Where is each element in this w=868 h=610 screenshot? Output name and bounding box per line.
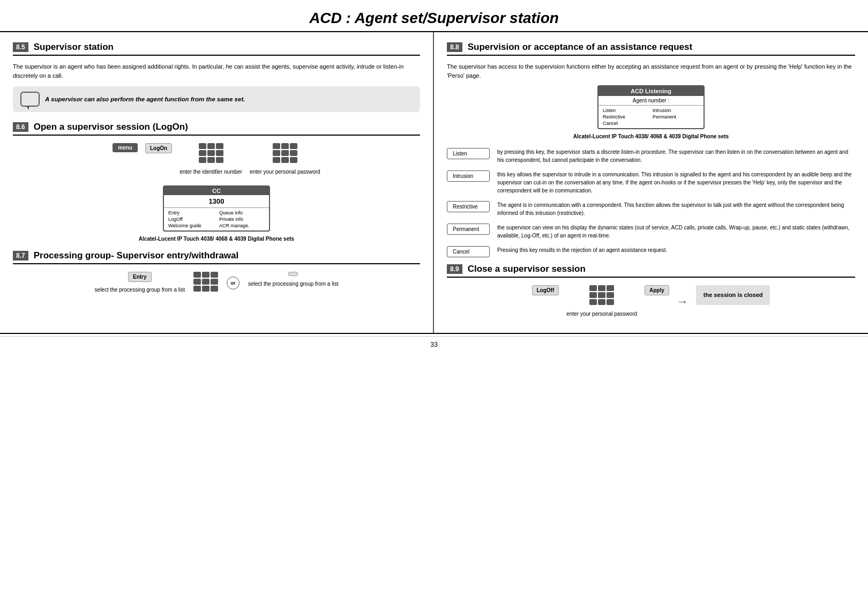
section-85-num: 8.5 (13, 42, 28, 52)
section-89-title: Close a supervisor session (468, 264, 586, 274)
section-88-heading: 8.8 Supervision or acceptance of an assi… (447, 42, 855, 56)
numpad-identifier (199, 143, 223, 164)
section-86-title: Open a supervisor session (LogOn) (34, 122, 188, 132)
section-85-para: The supervisor is an agent who has been … (13, 62, 420, 80)
entry-step-label: select the processing group from a list (95, 286, 185, 294)
speech-icon (20, 92, 40, 107)
acd-screen: ACD Listening Agent number : Listen Intr… (597, 85, 705, 129)
proc-select-step: select the processing group from a list (248, 272, 338, 288)
section-87-num: 8.7 (13, 251, 28, 261)
section-86-caption: Alcatel-Lucent IP Touch 4038/ 4068 & 403… (13, 236, 420, 242)
restrictive-row: Restrictive The agent is in communicatio… (447, 201, 855, 217)
section-85-title: Supervisor station (34, 42, 114, 53)
logon-button: LogOn (145, 143, 172, 153)
bottom-bar: 33 (0, 333, 868, 353)
identifier-step: enter the identifier number (179, 143, 242, 176)
acd-menu-restrictive: Restrictive (603, 114, 649, 120)
session-closed-box: the session is closed (696, 285, 770, 305)
acd-menu-permanent: Permanent (653, 114, 699, 120)
listen-func-btn: Listen (447, 148, 490, 159)
cancel-func-btn: Cancel (447, 246, 490, 257)
cc-header: CC (164, 187, 269, 195)
listen-desc: by pressing this key, the supervisor sta… (497, 148, 855, 164)
intrusion-row: Intrusion this key allows the supervisor… (447, 170, 855, 195)
permanent-desc: the supervisor can view on his display t… (497, 224, 855, 240)
logoff-button: LogOff (532, 285, 559, 295)
numpad-password (273, 143, 297, 164)
entry-step: Entry select the processing group from a… (95, 272, 185, 294)
intrusion-desc: this key allows the supervisor to intrud… (497, 170, 855, 195)
section-88-num: 8.8 (447, 42, 462, 52)
right-column: 8.8 Supervision or acceptance of an assi… (434, 32, 868, 333)
logon-steps: menu LogOn enter the identifier number (13, 143, 420, 176)
logon-step: LogOn (145, 143, 172, 153)
restrictive-func-btn: Restrictive (447, 201, 490, 212)
numpad-proc (193, 272, 218, 293)
section-89-heading: 8.9 Close a supervisor session (447, 264, 855, 278)
page-title: ACD : Agent set/Supervisor station (0, 0, 868, 32)
acd-menu-intrusion: Intrusion (653, 108, 699, 113)
section-87-title: Processing group- Supervisor entry/withd… (34, 250, 239, 261)
page-number: 33 (0, 336, 868, 351)
identifier-label: enter the identifier number (179, 168, 242, 176)
close-numpad-step: enter your personal password (566, 285, 637, 318)
apply-button: Apply (645, 285, 669, 295)
or-divider: or (227, 277, 240, 289)
section-88-caption: Alcatel-Lucent IP Touch 4038/ 4068 & 403… (447, 133, 855, 139)
restrictive-desc: The agent is in communication with a cor… (497, 201, 855, 217)
section-89-num: 8.9 (447, 264, 462, 274)
note-box: A supervisor can also perform the agent … (13, 86, 420, 112)
cc-menu-item-3: LogOff (168, 217, 214, 222)
cancel-row: Cancel Pressing this key results in the … (447, 246, 855, 257)
section-85-heading: 8.5 Supervisor station (13, 42, 420, 56)
numpad-close (589, 285, 614, 306)
acd-menu-grid: Listen Intrusion Restrictive Permanent C… (598, 106, 704, 128)
acd-menu-cancel: Cancel (603, 121, 649, 126)
cc-screen: CC 1300 Entry Queue info LogOff Private … (163, 185, 270, 232)
cc-menu-item-5: Welcome guide (168, 223, 214, 228)
proc-select-button (288, 272, 298, 276)
section-86-heading: 8.6 Open a supervisor session (LogOn) (13, 122, 420, 136)
right-arrow-icon: → (677, 295, 689, 309)
cc-number: 1300 (164, 195, 269, 208)
close-password-label: enter your personal password (566, 310, 637, 318)
acd-menu-empty (653, 121, 699, 126)
entry-button: Entry (128, 272, 152, 282)
logoff-step: LogOff (532, 285, 559, 295)
cc-menu-item-4: Private info (219, 217, 265, 222)
proc-steps: Entry select the processing group from a… (13, 272, 420, 294)
cc-menu-grid: Entry Queue info LogOff Private info Wel… (164, 208, 269, 230)
menu-step: menu (113, 143, 138, 152)
password-label: enter your personal password (250, 168, 320, 176)
close-steps: LogOff enter your personal password Appl… (447, 285, 855, 318)
cc-menu-item-1: Entry (168, 210, 214, 215)
permanent-row: Permanent the supervisor can view on his… (447, 224, 855, 240)
section-87-heading: 8.7 Processing group- Supervisor entry/w… (13, 250, 420, 264)
section-88-title: Supervision or acceptance of an assistan… (468, 42, 693, 53)
permanent-func-btn: Permanent (447, 224, 490, 235)
note-text: A supervisor can also perform the agent … (45, 96, 245, 102)
cancel-desc: Pressing this key results in the rejecti… (497, 246, 667, 254)
apply-step: Apply (645, 285, 669, 295)
acd-menu-listen: Listen (603, 108, 649, 113)
menu-button: menu (113, 143, 138, 152)
intrusion-func-btn: Intrusion (447, 170, 490, 182)
acd-header: ACD Listening (598, 86, 704, 96)
password-step: enter your personal password (250, 143, 320, 176)
cc-menu-item-6: ACR manage. (219, 223, 265, 228)
section-88-para: The supervisor has access to the supervi… (447, 62, 855, 80)
left-column: 8.5 Supervisor station The supervisor is… (0, 32, 434, 333)
cc-menu-item-2: Queue info (219, 210, 265, 215)
proc-select-label: select the processing group from a list (248, 280, 338, 288)
proc-numpad-step (193, 272, 218, 293)
acd-agent-number: Agent number : (598, 96, 704, 106)
listen-row: Listen by pressing this key, the supervi… (447, 148, 855, 164)
section-86-num: 8.6 (13, 122, 28, 132)
